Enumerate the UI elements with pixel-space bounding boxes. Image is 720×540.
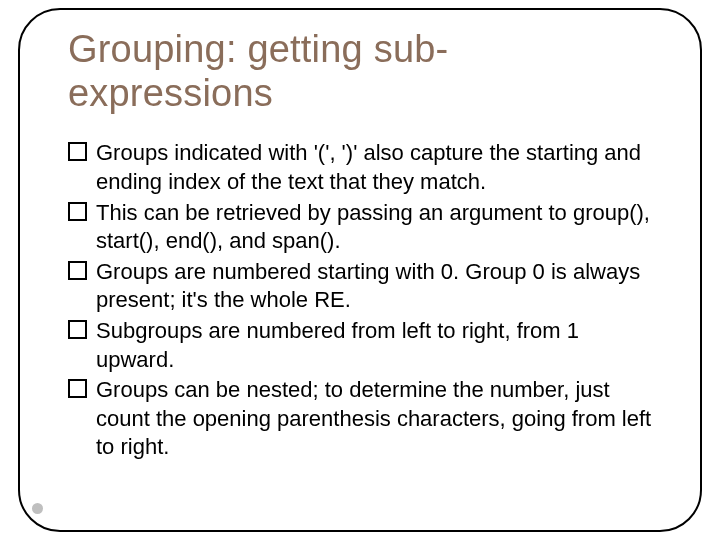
slide-title: Grouping: getting sub-expressions bbox=[68, 28, 652, 115]
slide-frame: Grouping: getting sub-expressions Groups… bbox=[18, 8, 702, 532]
bullet-list: Groups indicated with '(', ')' also capt… bbox=[68, 139, 652, 462]
list-item: Groups indicated with '(', ')' also capt… bbox=[68, 139, 652, 196]
list-item: Subgroups are numbered from left to righ… bbox=[68, 317, 652, 374]
list-item: Groups are numbered starting with 0. Gro… bbox=[68, 258, 652, 315]
list-item: This can be retrieved by passing an argu… bbox=[68, 199, 652, 256]
page-indicator-dot bbox=[32, 503, 43, 514]
list-item: Groups can be nested; to determine the n… bbox=[68, 376, 652, 462]
